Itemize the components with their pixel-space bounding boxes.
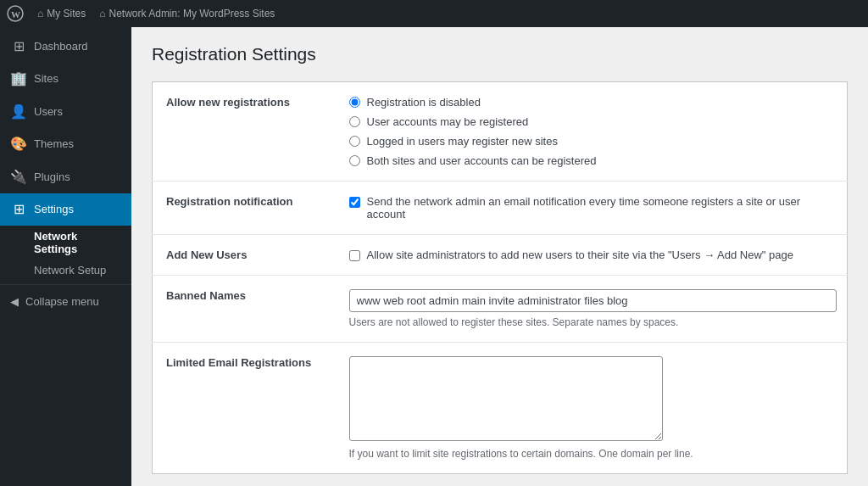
- allow-registrations-row: Allow new registrations Registration is …: [153, 82, 848, 182]
- network-settings-label: Network Settings: [34, 230, 77, 255]
- sidebar-submenu-network-settings[interactable]: Network Settings: [0, 226, 131, 260]
- sidebar-item-plugins[interactable]: 🔌 Plugins: [0, 161, 131, 193]
- registration-notification-row: Registration notification Send the netwo…: [153, 182, 848, 235]
- sidebar-item-settings[interactable]: ⊞ Settings: [0, 193, 131, 226]
- add-new-users-label: Add New Users: [153, 235, 339, 276]
- sidebar-submenu: Network Settings Network Setup: [0, 226, 131, 281]
- themes-icon: 🎨: [10, 135, 27, 154]
- svg-text:W: W: [11, 9, 20, 20]
- notification-checkbox[interactable]: [349, 197, 360, 208]
- collapse-menu-item[interactable]: ◀ Collapse menu: [0, 288, 131, 315]
- registration-radio-group: Registration is disabled User accounts m…: [349, 96, 837, 167]
- network-admin-label: Network Admin: My WordPress Sites: [109, 8, 275, 20]
- network-setup-label: Network Setup: [34, 264, 106, 277]
- collapse-label: Collapse menu: [25, 295, 99, 308]
- limited-email-label: Limited Email Registrations: [153, 343, 339, 474]
- sidebar-label-dashboard: Dashboard: [34, 39, 88, 54]
- sidebar-submenu-network-setup[interactable]: Network Setup: [0, 260, 131, 281]
- radio-both-input[interactable]: [349, 155, 360, 166]
- notification-checkbox-label[interactable]: Send the network admin an email notifica…: [367, 195, 837, 221]
- sidebar-label-themes: Themes: [34, 137, 74, 152]
- sidebar: ⊞ Dashboard 🏢 Sites 👤 Users 🎨 Themes 🔌 P…: [0, 27, 131, 486]
- radio-sites-label[interactable]: Logged in users may register new sites: [367, 135, 558, 148]
- sites-icon: 🏢: [10, 70, 27, 88]
- limited-email-row: Limited Email Registrations If you want …: [153, 343, 848, 474]
- wp-logo-item[interactable]: W: [7, 5, 24, 22]
- radio-sites-input[interactable]: [349, 136, 360, 147]
- sidebar-item-sites[interactable]: 🏢 Sites: [0, 63, 131, 95]
- allow-registrations-field: Registration is disabled User accounts m…: [339, 82, 848, 182]
- sidebar-item-themes[interactable]: 🎨 Themes: [0, 128, 131, 160]
- my-sites-item[interactable]: ⌂ My Sites: [37, 8, 86, 20]
- add-new-users-row: Add New Users Allow site administrators …: [153, 235, 848, 276]
- banned-names-field: Users are not allowed to register these …: [339, 276, 848, 343]
- registration-notification-field: Send the network admin an email notifica…: [339, 182, 848, 235]
- sidebar-label-users: Users: [34, 104, 63, 120]
- allow-registrations-label: Allow new registrations: [153, 82, 339, 182]
- add-new-users-field: Allow site administrators to add new use…: [339, 235, 848, 276]
- radio-sites: Logged in users may register new sites: [349, 135, 837, 148]
- banned-names-label: Banned Names: [153, 276, 339, 343]
- add-users-checkbox-label[interactable]: Allow site administrators to add new use…: [367, 249, 793, 261]
- sidebar-item-users[interactable]: 👤 Users: [0, 96, 131, 128]
- radio-user-input[interactable]: [349, 116, 360, 127]
- plugins-icon: 🔌: [10, 168, 27, 187]
- radio-user-label[interactable]: User accounts may be registered: [367, 115, 529, 128]
- sidebar-label-plugins: Plugins: [34, 170, 70, 185]
- add-users-checkbox-item: Allow site administrators to add new use…: [349, 249, 837, 261]
- sidebar-label-settings: Settings: [34, 202, 74, 217]
- banned-names-input[interactable]: [349, 289, 837, 312]
- page-title: Registration Settings: [152, 44, 848, 64]
- notification-checkbox-item: Send the network admin an email notifica…: [349, 195, 837, 221]
- banned-names-description: Users are not allowed to register these …: [349, 316, 837, 328]
- sidebar-item-dashboard[interactable]: ⊞ Dashboard: [0, 31, 131, 63]
- sidebar-divider: [0, 284, 131, 285]
- settings-table: Allow new registrations Registration is …: [152, 81, 848, 474]
- radio-user: User accounts may be registered: [349, 115, 837, 128]
- network-admin-icon: ⌂: [99, 8, 105, 20]
- radio-disabled-label[interactable]: Registration is disabled: [367, 96, 481, 109]
- my-sites-icon: ⌂: [37, 8, 43, 20]
- users-icon: 👤: [10, 103, 27, 121]
- radio-disabled-input[interactable]: [349, 97, 360, 108]
- radio-both: Both sites and user accounts can be regi…: [349, 154, 837, 167]
- main-content: Registration Settings Allow new registra…: [131, 27, 868, 486]
- limited-email-textarea[interactable]: [349, 356, 663, 441]
- radio-disabled: Registration is disabled: [349, 96, 837, 109]
- radio-both-label[interactable]: Both sites and user accounts can be regi…: [367, 154, 597, 167]
- limited-email-field: If you want to limit site registrations …: [339, 343, 848, 474]
- banned-names-row: Banned Names Users are not allowed to re…: [153, 276, 848, 343]
- registration-notification-label: Registration notification: [153, 182, 339, 235]
- settings-icon: ⊞: [10, 200, 27, 219]
- wp-logo-icon: W: [7, 5, 24, 22]
- app-body: ⊞ Dashboard 🏢 Sites 👤 Users 🎨 Themes 🔌 P…: [0, 27, 868, 486]
- my-sites-label: My Sites: [47, 8, 86, 20]
- sidebar-label-sites: Sites: [34, 71, 58, 87]
- limited-email-description: If you want to limit site registrations …: [349, 448, 837, 460]
- add-users-checkbox[interactable]: [349, 250, 360, 261]
- top-bar: W ⌂ My Sites ⌂ Network Admin: My WordPre…: [0, 0, 868, 27]
- network-admin-item[interactable]: ⌂ Network Admin: My WordPress Sites: [99, 8, 275, 20]
- sidebar-menu: ⊞ Dashboard 🏢 Sites 👤 Users 🎨 Themes 🔌 P…: [0, 27, 131, 281]
- dashboard-icon: ⊞: [10, 37, 27, 56]
- collapse-icon: ◀: [10, 295, 19, 308]
